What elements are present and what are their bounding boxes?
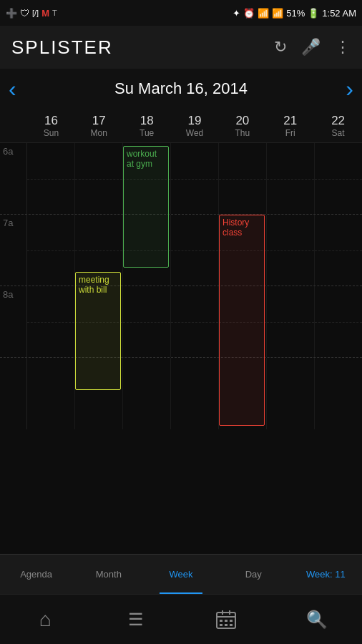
time-label-extra1 xyxy=(0,358,27,429)
menu-button[interactable]: ⋮ xyxy=(335,38,351,57)
cell-fri-8a[interactable] xyxy=(267,286,315,357)
row-8a: 8a xyxy=(0,286,362,358)
brackets-icon: [/] xyxy=(32,9,39,17)
day-header-sun[interactable]: 16 Sun xyxy=(27,109,75,142)
time-label-7a: 7a xyxy=(0,215,27,286)
time-label-6a: 6a xyxy=(0,143,27,214)
prev-week-button[interactable]: ‹ xyxy=(9,76,16,102)
svg-rect-8 xyxy=(225,624,228,626)
carrier-icon: T xyxy=(52,9,57,17)
cell-mon-6a[interactable] xyxy=(75,143,123,214)
plus-icon: ➕ xyxy=(6,8,17,19)
tab-week-num: Week: 11 xyxy=(290,555,362,594)
calendar-title: Su March 16, 2014 xyxy=(114,79,248,98)
cell-sat-7a[interactable] xyxy=(315,215,362,286)
day-header-fri[interactable]: 21 Fri xyxy=(266,109,314,142)
cell-sun-8a[interactable] xyxy=(27,286,75,357)
status-right-icons: ✦ ⏰ 📶 📶 51% 🔋 1:52 AM xyxy=(233,8,356,19)
event-history[interactable]: History class xyxy=(219,215,265,426)
tab-month[interactable]: Month xyxy=(72,555,145,594)
home-button[interactable]: ⌂ xyxy=(24,598,67,641)
day-header-sat[interactable]: 22 Sat xyxy=(314,109,362,142)
calendar-area: ‹ Su March 16, 2014 › 16 Sun 17 Mon 18 T… xyxy=(0,69,362,594)
time-label-8a: 8a xyxy=(0,286,27,357)
cell-wed-7a[interactable] xyxy=(171,215,219,286)
search-button[interactable]: 🔍 xyxy=(295,598,338,641)
event-meeting[interactable]: meeting with bill xyxy=(75,272,121,390)
cell-wed-6a[interactable] xyxy=(171,143,219,214)
cell-fri-6a[interactable] xyxy=(267,143,315,214)
event-workout-label: workout at gym xyxy=(127,149,157,169)
battery-text: 51% xyxy=(286,8,305,19)
calendar-grid: 6a 7a 8a xyxy=(0,143,362,554)
event-history-label: History class xyxy=(222,218,249,238)
status-bar: ➕ 🛡 [/] M T ✦ ⏰ 📶 📶 51% 🔋 1:52 AM xyxy=(0,0,362,26)
cell-thu-6a[interactable] xyxy=(219,143,267,214)
signal-icon: 📶 xyxy=(272,8,283,19)
event-meeting-label: meeting with bill xyxy=(79,275,109,295)
svg-rect-5 xyxy=(225,620,228,622)
cell-sat-6a[interactable] xyxy=(315,143,362,214)
wifi-icon: 📶 xyxy=(258,8,269,19)
app-header: SPLISTER ↻ 🎤 ⋮ xyxy=(0,26,362,69)
row-extra1 xyxy=(0,358,362,429)
bluetooth-icon: ✦ xyxy=(233,8,240,19)
tab-agenda[interactable]: Agenda xyxy=(0,555,72,594)
battery-icon: 🔋 xyxy=(308,8,319,19)
cell-tue-8a[interactable] xyxy=(123,286,171,357)
week-number: Week: 11 xyxy=(306,569,346,580)
mic-button[interactable]: 🎤 xyxy=(301,38,321,57)
refresh-button[interactable]: ↻ xyxy=(274,38,287,57)
shield-icon: 🛡 xyxy=(20,8,29,19)
day-headers: 16 Sun 17 Mon 18 Tue 19 Wed 20 Thu 21 Fr… xyxy=(0,109,362,143)
row-7a: 7a xyxy=(0,215,362,286)
tab-month-label: Month xyxy=(96,569,122,580)
svg-rect-7 xyxy=(220,624,222,626)
alarm-icon: ⏰ xyxy=(243,8,255,19)
time-display: 1:52 AM xyxy=(322,8,356,19)
list-button[interactable]: ☰ xyxy=(114,598,157,641)
tab-day[interactable]: Day xyxy=(217,555,290,594)
tab-week[interactable]: Week xyxy=(145,555,217,594)
next-week-button[interactable]: › xyxy=(346,76,353,102)
tab-week-label: Week xyxy=(170,569,193,580)
tab-agenda-label: Agenda xyxy=(20,569,52,580)
day-header-mon[interactable]: 17 Mon xyxy=(75,109,123,142)
day-header-wed[interactable]: 19 Wed xyxy=(171,109,219,142)
cell-wed-8a[interactable] xyxy=(171,286,219,357)
time-col-header xyxy=(0,109,27,142)
gmail-icon: M xyxy=(41,8,49,19)
event-workout[interactable]: workout at gym xyxy=(123,146,169,268)
cell-sat-8a[interactable] xyxy=(315,286,362,357)
cell-sun-7a[interactable] xyxy=(27,215,75,286)
calendar-button[interactable] xyxy=(205,598,248,641)
svg-rect-4 xyxy=(220,620,222,622)
cell-fri-7a[interactable] xyxy=(267,215,315,286)
cell-sun-6a[interactable] xyxy=(27,143,75,214)
day-header-tue[interactable]: 18 Tue xyxy=(123,109,171,142)
day-header-thu[interactable]: 20 Thu xyxy=(218,109,266,142)
row-6a: 6a xyxy=(0,143,362,215)
bottom-tabs: Agenda Month Week Day Week: 11 xyxy=(0,554,362,594)
svg-rect-9 xyxy=(230,624,233,626)
bottom-nav: ⌂ ☰ 🔍 xyxy=(0,594,362,644)
calendar-nav: ‹ Su March 16, 2014 › xyxy=(0,69,362,109)
app-title: SPLISTER xyxy=(11,36,113,59)
svg-rect-6 xyxy=(230,620,233,622)
status-left-icons: ➕ 🛡 [/] M T xyxy=(6,8,57,19)
tab-day-label: Day xyxy=(245,569,262,580)
